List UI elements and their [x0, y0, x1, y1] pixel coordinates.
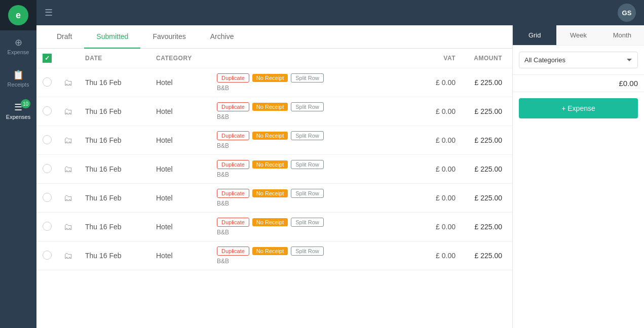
tab-submitted[interactable]: Submitted: [84, 25, 140, 49]
sidebar-item-expense[interactable]: ⊕ Expense: [0, 30, 36, 63]
sidebar-item-expenses[interactable]: 10 ☰ Expenses: [0, 95, 36, 128]
category-filter[interactable]: All Categories: [519, 52, 638, 68]
folder-icon[interactable]: 🗂: [64, 135, 73, 145]
sidebar-item-expense-label: Expense: [8, 49, 29, 55]
row-date-6: Thu 16 Feb: [79, 241, 150, 270]
row-sub-0: B&B: [217, 85, 405, 92]
split-row-tag[interactable]: Split Row: [291, 73, 323, 83]
row-date-0: Thu 16 Feb: [79, 68, 150, 97]
row-vat-5: £ 0.00: [411, 213, 462, 241]
main-content: ☰ GS Draft Submitted Favourites Archive …: [36, 0, 644, 328]
expense-table-container: ✓ DATE CATEGORY VAT AMOUNT: [36, 49, 512, 328]
folder-icon[interactable]: 🗂: [64, 222, 73, 232]
folder-icon[interactable]: 🗂: [64, 77, 73, 88]
checkbox-circle[interactable]: [43, 251, 52, 260]
select-all-checkbox[interactable]: ✓: [43, 54, 52, 63]
row-folder-2[interactable]: 🗂: [58, 126, 79, 155]
split-row-tag[interactable]: Split Row: [291, 102, 323, 111]
no-receipt-tag[interactable]: No Receipt: [252, 74, 288, 82]
no-receipt-tag[interactable]: No Receipt: [252, 189, 288, 197]
folder-icon[interactable]: 🗂: [64, 251, 73, 261]
view-tab-month[interactable]: Month: [600, 25, 644, 45]
no-receipt-tag[interactable]: No Receipt: [252, 247, 288, 255]
row-amount-5: £ 225.00: [462, 213, 512, 241]
user-avatar[interactable]: GS: [618, 4, 636, 22]
row-vat-0: £ 0.00: [411, 68, 462, 97]
row-folder-5[interactable]: 🗂: [58, 213, 79, 241]
row-folder-0[interactable]: 🗂: [58, 68, 79, 97]
duplicate-tag[interactable]: Duplicate: [217, 73, 249, 83]
checkbox-circle[interactable]: [43, 222, 52, 231]
row-amount-3: £ 225.00: [462, 155, 512, 184]
menu-icon[interactable]: ☰: [45, 7, 53, 18]
row-date-2: Thu 16 Feb: [79, 126, 150, 155]
no-receipt-tag[interactable]: No Receipt: [252, 132, 288, 140]
row-date-5: Thu 16 Feb: [79, 213, 150, 241]
row-details-3: Duplicate No Receipt Split Row B&B: [211, 155, 411, 184]
duplicate-tag[interactable]: Duplicate: [217, 131, 249, 140]
row-sub-6: B&B: [217, 258, 405, 265]
folder-icon[interactable]: 🗂: [64, 164, 73, 174]
tab-bar: Draft Submitted Favourites Archive: [36, 25, 512, 49]
view-tab-week[interactable]: Week: [556, 25, 600, 45]
row-sub-4: B&B: [217, 200, 405, 207]
duplicate-tag[interactable]: Duplicate: [217, 160, 249, 169]
row-checkbox-2[interactable]: [36, 126, 58, 155]
content-area: Draft Submitted Favourites Archive ✓ DAT…: [36, 25, 644, 328]
th-amount: AMOUNT: [462, 49, 512, 68]
folder-icon[interactable]: 🗂: [64, 193, 73, 203]
sidebar-logo: e: [0, 0, 36, 30]
filter-row: All Categories: [513, 46, 644, 75]
expenses-badge: 10: [21, 99, 30, 108]
row-checkbox-0[interactable]: [36, 68, 58, 97]
row-details-2: Duplicate No Receipt Split Row B&B: [211, 126, 411, 155]
row-sub-5: B&B: [217, 229, 405, 236]
duplicate-tag[interactable]: Duplicate: [217, 102, 249, 111]
no-receipt-tag[interactable]: No Receipt: [252, 218, 288, 226]
view-tab-grid[interactable]: Grid: [513, 25, 556, 45]
row-vat-1: £ 0.00: [411, 97, 462, 126]
checkbox-circle[interactable]: [43, 106, 52, 115]
checkbox-circle[interactable]: [43, 77, 52, 87]
row-folder-3[interactable]: 🗂: [58, 155, 79, 184]
sidebar: e ⊕ Expense 📋 Receipts 10 ☰ Expenses: [0, 0, 36, 328]
duplicate-tag[interactable]: Duplicate: [217, 189, 249, 198]
duplicate-tag[interactable]: Duplicate: [217, 247, 249, 256]
row-folder-4[interactable]: 🗂: [58, 184, 79, 213]
sidebar-item-receipts[interactable]: 📋 Receipts: [0, 63, 36, 95]
row-checkbox-4[interactable]: [36, 184, 58, 213]
row-vat-6: £ 0.00: [411, 241, 462, 270]
split-row-tag[interactable]: Split Row: [291, 247, 323, 256]
row-checkbox-3[interactable]: [36, 155, 58, 184]
row-sub-3: B&B: [217, 171, 405, 178]
row-folder-6[interactable]: 🗂: [58, 241, 79, 270]
expense-icon: ⊕: [15, 38, 22, 47]
tab-favourites[interactable]: Favourites: [140, 25, 198, 49]
view-tab-bar: Grid Week Month: [513, 25, 644, 46]
checkbox-circle[interactable]: [43, 164, 52, 173]
folder-icon[interactable]: 🗂: [64, 106, 73, 116]
row-amount-0: £ 225.00: [462, 68, 512, 97]
th-date: DATE: [79, 49, 150, 68]
row-checkbox-1[interactable]: [36, 97, 58, 126]
split-row-tag[interactable]: Split Row: [291, 189, 323, 198]
no-receipt-tag[interactable]: No Receipt: [252, 103, 288, 111]
duplicate-tag[interactable]: Duplicate: [217, 218, 249, 227]
row-vat-4: £ 0.00: [411, 184, 462, 213]
expense-table: ✓ DATE CATEGORY VAT AMOUNT: [36, 49, 512, 270]
tab-draft[interactable]: Draft: [45, 25, 84, 49]
split-row-tag[interactable]: Split Row: [291, 160, 323, 169]
no-receipt-tag[interactable]: No Receipt: [252, 160, 288, 169]
split-row-tag[interactable]: Split Row: [291, 218, 323, 227]
checkbox-circle[interactable]: [43, 135, 52, 144]
tab-archive[interactable]: Archive: [198, 25, 246, 49]
row-checkbox-5[interactable]: [36, 213, 58, 241]
th-category: CATEGORY: [150, 49, 211, 68]
row-checkbox-6[interactable]: [36, 241, 58, 270]
add-expense-button[interactable]: + Expense: [519, 98, 638, 118]
row-category-3: Hotel: [150, 155, 211, 184]
row-folder-1[interactable]: 🗂: [58, 97, 79, 126]
split-row-tag[interactable]: Split Row: [291, 131, 323, 140]
app-logo[interactable]: e: [8, 5, 28, 25]
checkbox-circle[interactable]: [43, 193, 52, 202]
